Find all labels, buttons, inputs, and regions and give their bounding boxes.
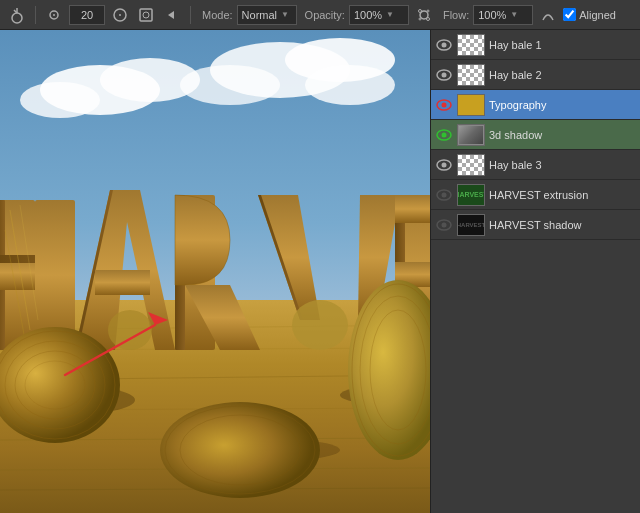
mode-dropdown[interactable]: Normal ▼: [237, 5, 297, 25]
layer-visibility-3d-shadow[interactable]: [435, 126, 453, 144]
layer-hay-bale-2[interactable]: Hay bale 2: [431, 60, 640, 90]
opacity-label: Opacity:: [305, 9, 345, 21]
opacity-value: 100%: [354, 9, 382, 21]
main-area: Hay bale 1 Hay bale 2: [0, 30, 640, 513]
layer-visibility-hay-bale-3[interactable]: [435, 156, 453, 174]
svg-point-6: [119, 14, 121, 16]
brush-next-icon[interactable]: [161, 4, 183, 26]
brush-size-input[interactable]: 20: [69, 5, 105, 25]
layer-thumb-harvest-extrusion: HARVEST: [457, 184, 485, 206]
brush-prev-icon[interactable]: [135, 4, 157, 26]
svg-point-12: [419, 18, 421, 20]
aligned-checkbox-label[interactable]: Aligned: [563, 8, 616, 21]
toolbar: 20 Mode: Normal ▼ Opacity: 100% ▼: [0, 0, 640, 30]
svg-point-13: [426, 17, 429, 20]
aligned-checkbox[interactable]: [563, 8, 576, 21]
brush-small-icon[interactable]: [43, 4, 65, 26]
layer-name-hay-bale-1: Hay bale 1: [489, 39, 636, 51]
layer-thumb-hay-bale-2: [457, 64, 485, 86]
svg-point-79: [442, 132, 447, 137]
layer-3d-shadow[interactable]: 3d shadow: [431, 120, 640, 150]
mode-arrow-icon: ▼: [281, 10, 289, 19]
mode-value: Normal: [242, 9, 277, 21]
layers-panel: Hay bale 1 Hay bale 2: [430, 30, 640, 513]
svg-point-73: [442, 42, 447, 47]
sep-2: [190, 6, 191, 24]
layer-thumb-3d-shadow: [457, 124, 485, 146]
layer-visibility-harvest-shadow[interactable]: [435, 216, 453, 234]
layer-thumb-hay-bale-1: [457, 34, 485, 56]
layer-hay-bale-3[interactable]: Hay bale 3: [431, 150, 640, 180]
svg-point-85: [442, 222, 447, 227]
layer-name-hay-bale-3: Hay bale 3: [489, 159, 636, 171]
opacity-arrow-icon: ▼: [386, 10, 394, 19]
opacity-dropdown[interactable]: 100% ▼: [349, 5, 409, 25]
svg-point-83: [442, 192, 447, 197]
flow-arrow-icon: ▼: [510, 10, 518, 19]
aligned-text: Aligned: [579, 9, 616, 21]
svg-rect-7: [140, 9, 152, 21]
tablet-pressure-icon[interactable]: [537, 4, 559, 26]
brush-large-icon[interactable]: [109, 4, 131, 26]
layer-visibility-typography[interactable]: [435, 96, 453, 114]
layer-name-3d-shadow: 3d shadow: [489, 129, 636, 141]
canvas-area[interactable]: [0, 30, 430, 513]
layer-visibility-hay-bale-1[interactable]: [435, 36, 453, 54]
airbrush-icon[interactable]: [413, 4, 435, 26]
sep-1: [35, 6, 36, 24]
layer-name-hay-bale-2: Hay bale 2: [489, 69, 636, 81]
svg-point-81: [442, 162, 447, 167]
ground-layer: [0, 233, 430, 513]
layer-hay-bale-1[interactable]: Hay bale 1: [431, 30, 640, 60]
svg-point-77: [442, 102, 447, 107]
flow-dropdown[interactable]: 100% ▼: [473, 5, 533, 25]
sky-layer: [0, 30, 430, 247]
svg-point-4: [53, 14, 55, 16]
layer-name-harvest-shadow: HARVEST shadow: [489, 219, 636, 231]
flow-value: 100%: [478, 9, 506, 21]
tool-icon-1[interactable]: [6, 4, 28, 26]
layer-thumb-hay-bale-3: [457, 154, 485, 176]
svg-point-8: [143, 12, 149, 18]
layer-typography[interactable]: Typography: [431, 90, 640, 120]
svg-point-10: [418, 9, 421, 12]
svg-point-0: [12, 13, 22, 23]
layer-visibility-hay-bale-2[interactable]: [435, 66, 453, 84]
layer-name-typography: Typography: [489, 99, 636, 111]
layer-visibility-harvest-extrusion[interactable]: [435, 186, 453, 204]
svg-point-11: [427, 10, 429, 12]
layer-thumb-harvest-shadow: HARVEST: [457, 214, 485, 236]
layer-name-harvest-extrusion: HARVEST extrusion: [489, 189, 636, 201]
flow-label: Flow:: [443, 9, 469, 21]
layer-harvest-extrusion[interactable]: HARVEST HARVEST extrusion: [431, 180, 640, 210]
layer-harvest-shadow[interactable]: HARVEST HARVEST shadow: [431, 210, 640, 240]
mode-label: Mode:: [202, 9, 233, 21]
layer-thumb-typography: [457, 94, 485, 116]
svg-point-75: [442, 72, 447, 77]
